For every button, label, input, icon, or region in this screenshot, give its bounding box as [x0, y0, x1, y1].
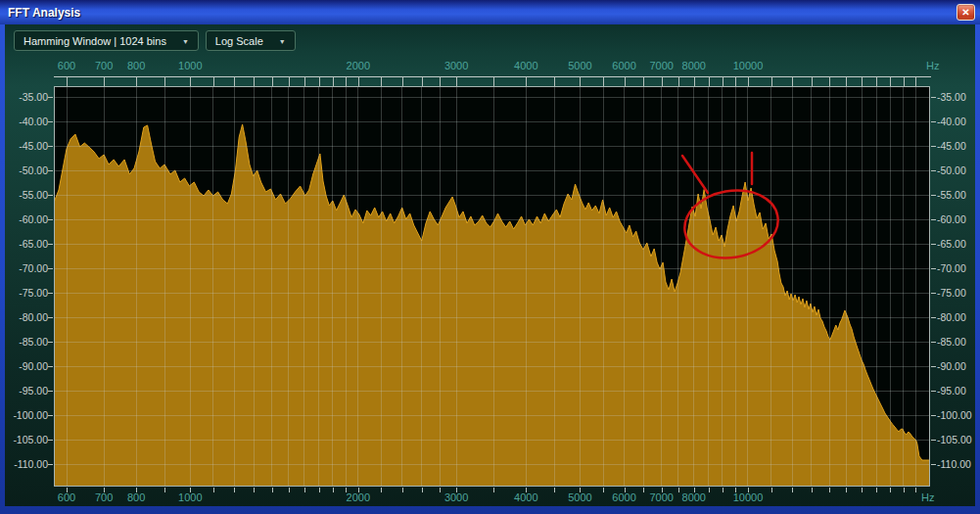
- axis-tick-bottom: [709, 488, 710, 492]
- axis-tick-right: [931, 293, 936, 294]
- db-tick-label-left: -55.00: [7, 189, 48, 201]
- axis-tick-bottom: [254, 488, 255, 492]
- scale-dropdown[interactable]: Log Scale ▼: [206, 30, 296, 51]
- axis-tick-top: [104, 76, 105, 86]
- db-tick-label-left: -60.00: [7, 213, 48, 225]
- axis-tick-top: [709, 76, 710, 86]
- axis-tick-top: [890, 76, 891, 86]
- axis-tick-top: [402, 76, 403, 86]
- freq-tick-label-top: 2000: [347, 60, 370, 71]
- freq-tick-label-bottom: 3000: [444, 491, 468, 503]
- freq-tick-label-top: 8000: [682, 60, 706, 71]
- axis-tick-top: [812, 76, 813, 86]
- window-function-label: Hamming Window | 1024 bins: [23, 35, 166, 47]
- axis-tick-top: [164, 76, 165, 86]
- axis-tick-right: [931, 440, 936, 441]
- db-tick-label-right: -80.00: [937, 311, 978, 323]
- axis-tick-right: [931, 170, 936, 171]
- db-tick-label-left: -50.00: [7, 164, 48, 176]
- axis-tick-right: [931, 391, 936, 392]
- axis-tick-left: [48, 121, 53, 122]
- axis-tick-top: [915, 76, 916, 86]
- axis-tick-bottom: [678, 488, 679, 492]
- axis-tick-bottom: [862, 488, 863, 492]
- spectrum-svg: [54, 86, 930, 487]
- axis-tick-top: [304, 76, 305, 86]
- scale-label: Log Scale: [215, 35, 263, 47]
- axis-tick-top: [422, 76, 423, 86]
- axis-tick-top: [723, 76, 723, 86]
- axis-tick-bottom: [554, 488, 555, 492]
- axis-tick-bottom: [771, 488, 772, 492]
- axis-tick-top: [213, 76, 214, 86]
- db-tick-label-left: -85.00: [7, 336, 48, 348]
- axis-tick-left: [48, 97, 53, 98]
- freq-tick-label-bottom: 700: [95, 491, 113, 503]
- axis-tick-top: [580, 76, 581, 86]
- axis-tick-top: [829, 76, 830, 86]
- db-tick-label-left: -65.00: [7, 238, 48, 250]
- freq-tick-label-top: 5000: [568, 60, 591, 71]
- freq-tick-label-bottom: 10000: [733, 491, 764, 503]
- axis-tick-left: [48, 366, 53, 367]
- axis-tick-right: [931, 415, 936, 416]
- db-tick-label-right: -50.00: [937, 164, 978, 176]
- fft-analysis-window: FFT Analysis ✕ Hamming Window | 1024 bin…: [0, 0, 980, 514]
- db-tick-label-left: -35.00: [7, 91, 48, 103]
- axis-tick-top: [748, 76, 749, 86]
- axis-tick-bottom: [289, 488, 290, 492]
- axis-tick-top: [643, 76, 644, 86]
- freq-tick-label-top: 7000: [649, 60, 673, 71]
- freq-tick-label-bottom: 6000: [612, 491, 635, 503]
- freq-unit-label-top: Hz: [926, 60, 939, 71]
- axis-tick-top: [735, 76, 736, 86]
- close-button[interactable]: ✕: [957, 4, 975, 21]
- axis-tick-top: [254, 76, 255, 86]
- axis-tick-right: [931, 244, 936, 245]
- freq-tick-label-top: 800: [127, 60, 145, 71]
- db-tick-label-right: -45.00: [937, 140, 978, 152]
- axis-tick-right: [931, 219, 936, 220]
- axis-tick-right: [931, 121, 936, 122]
- axis-tick-right: [931, 195, 936, 196]
- db-tick-label-right: -100.00: [937, 409, 978, 421]
- freq-tick-label-top: 10000: [733, 60, 764, 71]
- axis-tick-bottom: [422, 488, 423, 492]
- axis-tick-top: [319, 76, 320, 86]
- db-tick-label-left: -110.00: [7, 458, 48, 470]
- close-icon: ✕: [961, 7, 969, 18]
- db-tick-label-right: -95.00: [937, 385, 978, 397]
- db-tick-label-left: -95.00: [7, 385, 48, 397]
- db-tick-label-left: -45.00: [7, 140, 48, 152]
- axis-tick-top: [333, 76, 334, 86]
- axis-tick-left: [48, 293, 53, 294]
- freq-tick-label-top: 4000: [514, 60, 537, 71]
- axis-tick-left: [48, 268, 53, 269]
- freq-tick-label-bottom: 7000: [649, 491, 673, 503]
- db-tick-label-right: -60.00: [937, 213, 978, 225]
- top-ruler: [54, 76, 931, 77]
- axis-tick-bottom: [876, 488, 877, 492]
- db-tick-label-right: -105.00: [937, 434, 978, 445]
- axis-tick-bottom: [603, 488, 604, 492]
- db-tick-label-left: -80.00: [7, 311, 48, 323]
- freq-tick-label-top: 1000: [178, 60, 202, 71]
- window-titlebar[interactable]: FFT Analysis ✕: [0, 0, 980, 24]
- db-tick-label-right: -70.00: [937, 262, 978, 274]
- axis-tick-left: [48, 170, 53, 171]
- axis-tick-left: [48, 244, 53, 245]
- axis-tick-top: [771, 76, 772, 86]
- window-title: FFT Analysis: [8, 6, 80, 20]
- db-tick-label-right: -65.00: [937, 238, 978, 250]
- freq-tick-label-top: 3000: [444, 60, 468, 71]
- freq-tick-label-top: 600: [58, 60, 75, 71]
- axis-tick-bottom: [440, 488, 441, 492]
- axis-tick-bottom: [304, 488, 305, 492]
- axis-tick-bottom: [319, 488, 320, 492]
- freq-tick-label-top: 6000: [612, 60, 635, 71]
- db-tick-label-right: -110.00: [937, 458, 978, 470]
- freq-tick-label-bottom: 2000: [347, 491, 370, 503]
- window-function-dropdown[interactable]: Hamming Window | 1024 bins ▼: [14, 30, 199, 51]
- axis-tick-left: [48, 195, 53, 196]
- db-tick-label-left: -100.00: [7, 409, 48, 421]
